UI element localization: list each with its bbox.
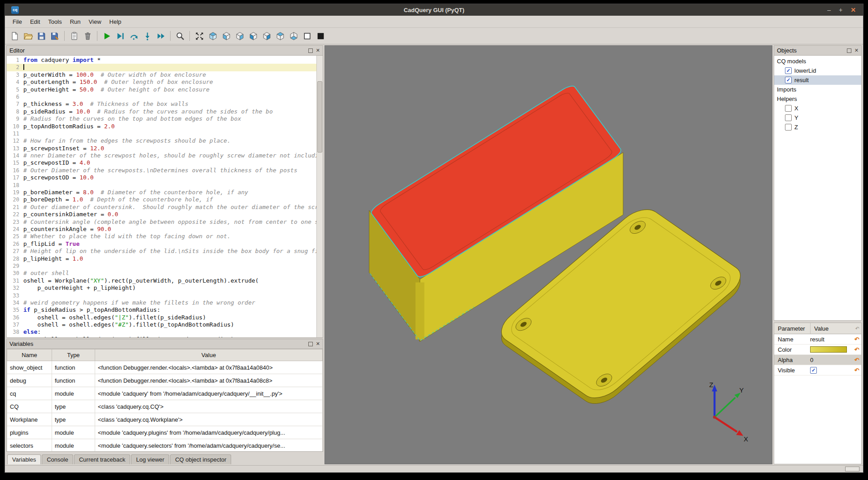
param-row-name[interactable]: Nameresult↶ xyxy=(774,334,861,345)
param-value[interactable]: ✓ xyxy=(810,367,852,374)
table-row[interactable]: show_objectfunction<function Debugger.re… xyxy=(7,361,323,374)
clipboard-button[interactable] xyxy=(68,30,80,42)
reset-all-icon[interactable]: ↶ xyxy=(853,326,861,332)
checkbox[interactable] xyxy=(785,105,792,112)
code-line[interactable]: 13p_screwpostInset = 12.0 xyxy=(7,145,316,152)
code-line[interactable]: 7p_thickness = 3.0 # Thickness of the bo… xyxy=(7,100,316,108)
code-lines[interactable]: 1from cadquery import *23p_outerWidth = … xyxy=(7,57,316,337)
code-line[interactable]: 28p_lipHeight = 1.0 xyxy=(7,255,316,262)
code-line[interactable]: 4p_outerLength = 150.0 # Outer length of… xyxy=(7,79,316,86)
code-line[interactable]: 25# Whether to place the lid with the to… xyxy=(7,233,316,240)
code-line[interactable]: 33 xyxy=(7,292,316,299)
code-line[interactable]: 3p_outerWidth = 100.0 # Outer width of b… xyxy=(7,71,316,79)
code-line[interactable]: 36 oshell = oshell.edges("|Z").fillet(p_… xyxy=(7,314,316,321)
code-line[interactable]: 16# Outer Diameter of the screwposts.\nD… xyxy=(7,167,316,174)
wireframe-button[interactable] xyxy=(301,30,313,42)
param-value[interactable]: result xyxy=(810,336,852,343)
revert-icon[interactable]: ↶ xyxy=(852,367,861,374)
back-view-button[interactable] xyxy=(233,30,246,42)
param-row-color[interactable]: Color↶ xyxy=(774,345,861,355)
code-line[interactable]: 24p_countersinkAngle = 90.0 xyxy=(7,226,316,233)
menu-run[interactable]: Run xyxy=(66,16,85,27)
continue-button[interactable] xyxy=(154,30,167,42)
shaded-button[interactable] xyxy=(314,30,327,42)
parameter-column-header[interactable]: Parameter xyxy=(774,323,811,334)
code-line[interactable]: 26p_flipLid = True xyxy=(7,240,316,248)
tree-item-y[interactable]: Y xyxy=(774,113,861,122)
render-button[interactable] xyxy=(101,30,113,42)
code-line[interactable]: 30# outer shell xyxy=(7,270,316,277)
right-view-button[interactable] xyxy=(260,30,273,42)
float-panel-icon[interactable] xyxy=(308,342,313,346)
revert-icon[interactable]: ↶ xyxy=(852,346,861,353)
table-row[interactable]: pluginsmodule<module 'cadquery.plugins' … xyxy=(7,426,323,439)
save-as-button[interactable] xyxy=(48,30,61,42)
code-line[interactable]: 14# nner Diameter of the screwpost holes… xyxy=(7,152,316,159)
code-line[interactable]: 17p_screwpostOD = 10.0 xyxy=(7,174,316,181)
maximize-button[interactable]: + xyxy=(839,7,842,13)
code-line[interactable]: 9# Radius for the curves on the top and … xyxy=(7,115,316,122)
code-line[interactable]: 37 oshell = oshell.edges("#Z").fillet(p_… xyxy=(7,321,316,328)
viewport-canvas[interactable]: Z Y X xyxy=(325,46,772,464)
code-line[interactable]: 22p_countersinkDiameter = 0.0 xyxy=(7,211,316,218)
minimize-button[interactable]: – xyxy=(827,7,831,13)
table-row[interactable]: Workplanetype<class 'cadquery.cq.Workpla… xyxy=(7,413,323,426)
zoom-button[interactable] xyxy=(174,30,186,42)
title-bar[interactable]: cq CadQuery GUI (PyQT) – + ✕ xyxy=(5,4,863,16)
close-panel-icon[interactable]: ✕ xyxy=(316,48,320,53)
code-line[interactable]: 15p_screwpostID = 4.0 xyxy=(7,159,316,166)
code-line[interactable]: 12# How far in from the edges the screwp… xyxy=(7,137,316,144)
menu-file[interactable]: File xyxy=(9,16,26,27)
close-button[interactable]: ✕ xyxy=(850,7,856,13)
code-editor[interactable]: 1from cadquery import *23p_outerWidth = … xyxy=(6,55,323,338)
top-view-button[interactable] xyxy=(274,30,286,42)
save-file-button[interactable] xyxy=(35,30,48,42)
close-panel-icon[interactable]: ✕ xyxy=(855,48,859,53)
open-file-button[interactable] xyxy=(22,30,34,42)
tree-item-z[interactable]: Z xyxy=(774,122,861,132)
fit-view-button[interactable] xyxy=(193,30,206,42)
editor-scrollbar[interactable] xyxy=(316,56,323,337)
table-row[interactable]: cqmodule<module 'cadquery' from '/home/a… xyxy=(7,387,323,400)
column-header-value[interactable]: Value xyxy=(95,349,323,361)
tree-item-lowerlid[interactable]: ✓lowerLid xyxy=(774,66,861,75)
table-row[interactable]: selectorsmodule<module 'cadquery.selecto… xyxy=(7,439,323,452)
debug-button[interactable] xyxy=(114,30,127,42)
code-line[interactable]: 8p_sideRadius = 10.0 # Radius for the cu… xyxy=(7,108,316,115)
viewport-3d[interactable]: Z Y X xyxy=(324,45,772,464)
table-row[interactable]: debugfunction<function Debugger.render.<… xyxy=(7,374,323,387)
menu-view[interactable]: View xyxy=(85,16,105,27)
param-value[interactable]: 0 xyxy=(810,357,852,363)
bottom-view-button[interactable] xyxy=(287,30,300,42)
revert-icon[interactable]: ↶ xyxy=(852,336,861,343)
checkbox[interactable]: ✓ xyxy=(785,77,792,83)
tree-item-helpers[interactable]: Helpers xyxy=(774,94,861,104)
code-line[interactable]: 2 xyxy=(7,64,316,71)
value-column-header[interactable]: Value xyxy=(811,325,853,332)
float-panel-icon[interactable] xyxy=(308,48,313,53)
tab-cq-object-inspector[interactable]: CQ object inspector xyxy=(170,454,231,464)
code-line[interactable]: 1from cadquery import * xyxy=(7,57,316,64)
tab-console[interactable]: Console xyxy=(42,454,73,464)
menu-tools[interactable]: Tools xyxy=(44,16,66,27)
code-line[interactable]: 38else: xyxy=(7,328,316,336)
menu-edit[interactable]: Edit xyxy=(26,16,44,27)
scrollbar-thumb[interactable] xyxy=(317,81,322,153)
code-line[interactable]: 19p_boreDiameter = 8.0 # Diameter of the… xyxy=(7,189,316,196)
checkbox[interactable]: ✓ xyxy=(810,367,817,374)
tab-variables[interactable]: Variables xyxy=(7,454,41,464)
tree-item-x[interactable]: X xyxy=(774,104,861,113)
step-into-button[interactable] xyxy=(141,30,153,42)
param-value[interactable] xyxy=(810,346,852,353)
code-line[interactable]: 5p_outerHeight = 50.0 # Outer height of … xyxy=(7,86,316,93)
close-panel-icon[interactable]: ✕ xyxy=(316,341,320,346)
front-view-button[interactable] xyxy=(220,30,232,42)
code-line[interactable]: 20p_boreDepth = 1.0 # Depth of the count… xyxy=(7,196,316,203)
column-header-type[interactable]: Type xyxy=(52,349,95,361)
code-line[interactable]: 10p_topAndBottomRadius = 2.0 xyxy=(7,123,316,130)
code-line[interactable]: 21# Outer diameter of countersink. Shoul… xyxy=(7,204,316,211)
tab-current-traceback[interactable]: Current traceback xyxy=(74,454,130,464)
code-line[interactable]: 39 oshell = oshell.edges("#Z").fillet(p_… xyxy=(7,336,316,337)
size-grip[interactable] xyxy=(845,467,859,471)
revert-icon[interactable]: ↶ xyxy=(852,357,861,363)
